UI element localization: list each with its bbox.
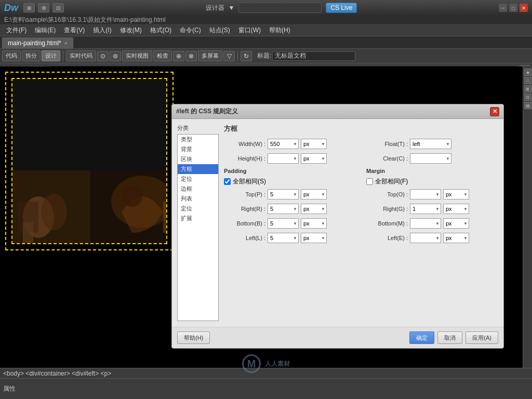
padding-right-input[interactable]: [268, 204, 299, 214]
cat-item-position2[interactable]: 定位: [178, 204, 218, 214]
design-button[interactable]: 设计: [42, 50, 60, 61]
width-unit-select[interactable]: px % em: [301, 139, 327, 149]
menu-edit[interactable]: 编辑(E): [31, 25, 60, 36]
minimize-button[interactable]: ─: [499, 4, 507, 12]
close-button[interactable]: ✕: [520, 4, 528, 12]
title-bar: Dw ⊞ ⚙ ⊡ 设计器 ▼ CS Live ─ □ ✕: [0, 0, 532, 16]
padding-left-input[interactable]: [268, 233, 299, 243]
margin-left-val-wrapper: [410, 233, 441, 243]
panel-btn-3[interactable]: ⊞: [524, 85, 531, 92]
padding-bottom-input[interactable]: [268, 218, 299, 229]
padding-top-unit-select[interactable]: px: [301, 189, 327, 200]
maximize-button[interactable]: □: [509, 4, 517, 12]
margin-top-unit-select[interactable]: px: [443, 189, 469, 200]
height-unit-select[interactable]: px % em: [301, 153, 327, 164]
width-value-wrapper: [268, 139, 299, 149]
cat-item-bg[interactable]: 背景: [178, 144, 218, 154]
margin-left-unit-select[interactable]: px: [443, 233, 469, 243]
ok-button[interactable]: 确定: [409, 331, 434, 344]
cat-item-block[interactable]: 区块: [178, 154, 218, 164]
cat-item-list[interactable]: 列表: [178, 194, 218, 204]
height-input[interactable]: [268, 153, 299, 164]
split-button[interactable]: 拆分: [22, 50, 41, 61]
live-code-button[interactable]: 实时代码: [66, 50, 96, 61]
live-view-button[interactable]: 实时视图: [122, 50, 152, 61]
cat-item-box[interactable]: 方框: [178, 164, 218, 174]
menu-file[interactable]: 文件(F): [2, 25, 31, 36]
menu-help[interactable]: 帮助(H): [265, 25, 295, 36]
panel-btn-1[interactable]: ◈: [524, 69, 531, 76]
padding-left-label: Left(L) :: [224, 235, 265, 241]
icon-btn-3[interactable]: ⊡: [52, 3, 64, 12]
dialog-title-bar: #left 的 CSS 规则定义 ✕: [172, 104, 503, 119]
title-input[interactable]: [272, 51, 355, 61]
clear-select[interactable]: left right both: [410, 153, 451, 164]
cs-live-button[interactable]: CS Live: [326, 3, 357, 13]
margin-bottom-input[interactable]: [410, 218, 441, 229]
icon-btn-2[interactable]: ⚙: [38, 3, 49, 12]
menu-modify[interactable]: 修改(M): [116, 25, 146, 36]
padding-same-checkbox[interactable]: [224, 178, 231, 185]
cancel-button[interactable]: 取消: [437, 331, 462, 344]
multiscreen-button[interactable]: 多屏幕: [198, 50, 222, 61]
margin-right-unit-wrapper: px: [443, 204, 469, 214]
margin-bottom-unit-select[interactable]: px: [443, 218, 469, 229]
tab-close-button[interactable]: ×: [64, 41, 68, 46]
canvas-content: [5, 72, 174, 250]
padding-left-unit-select[interactable]: px: [301, 233, 327, 243]
icon-btn-1[interactable]: ⊞: [23, 3, 35, 12]
tab-main-painting[interactable]: main-painting.html* ×: [2, 37, 73, 48]
dialog-footer: 帮助(H) 确定 取消 应用(A): [172, 327, 503, 348]
panel-btn-5[interactable]: ▤: [524, 102, 531, 109]
padding-right-label: Right(R) :: [224, 206, 265, 212]
toolbar-icon-3[interactable]: ⊕: [173, 51, 184, 61]
margin-top-row: Top(O) : px: [366, 189, 498, 200]
inspect-button[interactable]: 检查: [153, 50, 172, 61]
menu-window[interactable]: 窗口(W): [234, 25, 265, 36]
css-left-column: Width(W) : px % em: [224, 139, 356, 247]
margin-same-label: 全部相同(F): [375, 177, 408, 186]
margin-right-input[interactable]: [410, 204, 441, 214]
menu-site[interactable]: 站点(S): [205, 25, 234, 36]
clear-select-wrapper: left right both: [410, 153, 451, 164]
cat-item-extend[interactable]: 扩展: [178, 214, 218, 223]
watermark: M 人人素材: [242, 354, 290, 373]
title-search-input[interactable]: [238, 3, 322, 13]
toolbar-icon-5[interactable]: ▽: [223, 51, 235, 61]
painting-right-svg: [90, 170, 166, 243]
margin-same-checkbox[interactable]: [366, 178, 373, 185]
toolbar-icon-4[interactable]: ⊗: [185, 51, 197, 61]
margin-right-unit-select[interactable]: px: [443, 204, 469, 214]
toolbar-refresh-icon[interactable]: ↻: [241, 51, 252, 61]
padding-left-unit-wrapper: px: [301, 233, 327, 243]
margin-top-input[interactable]: [410, 189, 441, 200]
width-input[interactable]: [268, 139, 299, 149]
padding-bottom-unit-select[interactable]: px: [301, 218, 327, 229]
padding-right-unit-select[interactable]: px: [301, 204, 327, 214]
padding-bottom-unit-wrapper: px: [301, 218, 327, 229]
cat-item-border[interactable]: 边框: [178, 184, 218, 194]
margin-right-label: Right(G) :: [366, 206, 408, 212]
menu-command[interactable]: 命令(C): [176, 25, 205, 36]
panel-btn-2[interactable]: □: [524, 77, 531, 84]
width-unit-wrapper: px % em: [301, 139, 327, 149]
cat-item-position[interactable]: 定位: [178, 174, 218, 184]
margin-left-input[interactable]: [410, 233, 441, 243]
css-right-column: Float(T) : left right none Clear(C) :: [366, 139, 498, 247]
toolbar-icon-2[interactable]: ⊚: [110, 51, 121, 61]
svg-rect-9: [163, 202, 166, 233]
menu-view[interactable]: 查看(V): [60, 25, 89, 36]
panel-btn-4[interactable]: ⊡: [524, 94, 531, 101]
toolbar-icon-1[interactable]: ⊙: [97, 51, 109, 61]
float-select[interactable]: left right none: [410, 139, 451, 149]
dialog-close-button[interactable]: ✕: [490, 107, 499, 116]
padding-top-input[interactable]: [268, 189, 299, 200]
menu-format[interactable]: 格式(O): [146, 25, 176, 36]
apply-button[interactable]: 应用(A): [466, 331, 498, 344]
float-label: Float(T) :: [366, 141, 408, 147]
menu-insert[interactable]: 插入(I): [89, 25, 115, 36]
cat-item-type[interactable]: 类型: [178, 135, 218, 144]
help-button[interactable]: 帮助(H): [177, 331, 210, 344]
code-button[interactable]: 代码: [2, 50, 21, 61]
right-panel: ◈ □ ⊞ ⊡ ▤: [523, 66, 532, 368]
